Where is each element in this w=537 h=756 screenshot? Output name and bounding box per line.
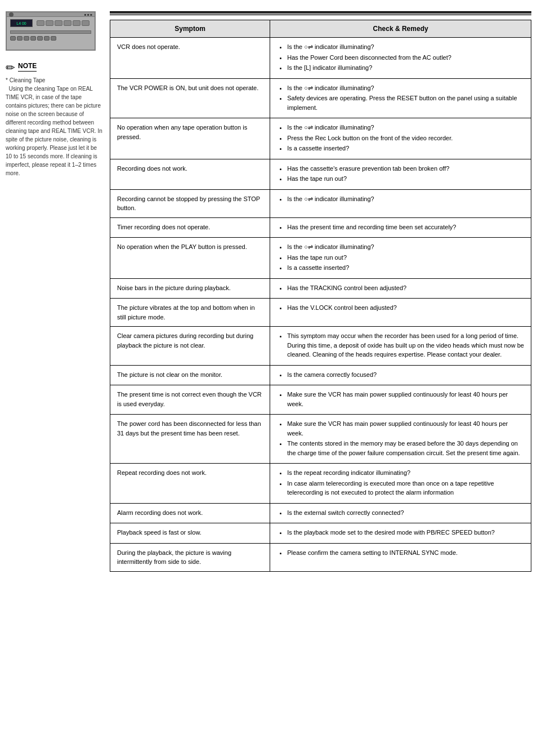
table-row: No operation when the PLAY button is pre… [110,238,531,279]
symptom-cell: Recording does not work. [110,159,270,189]
symptom-cell: Alarm recording does not work. [110,503,270,523]
note-pencil-icon: ✏ [6,62,15,73]
remedy-cell: Has the cassette's erasure prevention ta… [270,159,531,189]
table-row: Playback speed is fast or slow.Is the pl… [110,523,531,544]
table-row: Alarm recording does not work.Is the ext… [110,503,531,523]
vcr-image: ■ ■ ■ L4 00 [6,11,96,51]
symptom-cell: The VCR POWER is ON, but unit does not o… [110,78,270,118]
remedy-item: Has the cassette's erasure prevention ta… [287,164,524,174]
remedy-item: Has the tape run out? [287,174,524,184]
left-panel: ■ ■ ■ L4 00 [6,11,104,572]
table-row: The power cord has been disconnected for… [110,415,531,464]
note-text: * Cleaning Tape Using the cleaning Tape … [6,76,104,177]
symptom-cell: VCR does not operate. [110,38,270,79]
symptom-header: Symptom [110,20,270,38]
header-lines [110,11,531,15]
remedy-item: Is the playback mode set to the desired … [287,528,524,537]
symptom-cell: Timer recording does not operate. [110,217,270,238]
remedy-item: Is a cassette inserted? [287,263,524,273]
remedy-cell: Has the TRACKING control been adjusted? [270,278,531,299]
remedy-item: The contents stored in the memory may be… [287,439,524,457]
symptom-cell: No operation when the PLAY button is pre… [110,238,270,279]
remedy-item: Is the external switch correctly connect… [287,508,524,518]
remedy-header: Check & Remedy [270,20,531,38]
symptom-cell: Clear camera pictures during recording b… [110,327,270,366]
right-panel: Symptom Check & Remedy VCR does not oper… [110,11,531,572]
table-row: Recording does not work.Has the cassette… [110,159,531,189]
remedy-cell: Is the camera correctly focused? [270,365,531,385]
remedy-cell: This symptom may occur when the recorder… [270,327,531,366]
table-row: Recording cannot be stopped by pressing … [110,189,531,217]
remedy-item: Has the Power Cord been disconnected fro… [287,53,524,63]
note-section: ✏ NOTE * Cleaning Tape Using the cleanin… [6,62,104,177]
remedy-item: Make sure the VCR has main power supplie… [287,419,524,438]
remedy-cell: Make sure the VCR has main power supplie… [270,415,531,464]
remedy-item: Has the V.LOCK control been adjusted? [287,303,524,313]
symptom-cell: Noise bars in the picture during playbac… [110,278,270,299]
remedy-item: Has the tape run out? [287,253,524,263]
remedy-cell: Is the ○⇌ indicator illuminating?Has the… [270,38,531,79]
symptom-cell: Recording cannot be stopped by pressing … [110,189,270,217]
table-row: During the playback, the picture is wavi… [110,543,531,571]
remedy-item: Press the Rec Lock button on the front o… [287,134,524,143]
remedy-item: Has the present time and recording time … [287,223,524,232]
remedy-cell: Please confirm the camera setting to INT… [270,543,531,571]
note-label: NOTE [18,62,37,72]
table-row: Timer recording does not operate.Has the… [110,217,531,238]
remedy-cell: Is the external switch correctly connect… [270,503,531,523]
remedy-cell: Has the V.LOCK control been adjusted? [270,299,531,327]
table-row: The picture vibrates at the top and bott… [110,299,531,327]
page-container: ■ ■ ■ L4 00 [0,0,537,583]
symptom-cell: No operation when any tape operation but… [110,118,270,159]
remedy-item: Is a cassette inserted? [287,144,524,153]
remedy-item: Make sure the VCR has main power supplie… [287,390,524,408]
remedy-cell: Make sure the VCR has main power supplie… [270,385,531,415]
table-row: No operation when any tape operation but… [110,118,531,159]
table-row: The picture is not clear on the monitor.… [110,365,531,385]
symptom-cell: The power cord has been disconnected for… [110,415,270,464]
table-row: The VCR POWER is ON, but unit does not o… [110,78,531,118]
table-row: The present time is not correct even tho… [110,385,531,415]
symptom-cell: The picture vibrates at the top and bott… [110,299,270,327]
remedy-item: Is the repeat recording indicator illumi… [287,468,524,478]
remedy-item: Is the [L] indicator illuminating? [287,63,524,73]
remedy-cell: Has the present time and recording time … [270,217,531,238]
table-row: VCR does not operate.Is the ○⇌ indicator… [110,38,531,79]
symptom-cell: Repeat recording does not work. [110,464,270,504]
table-row: Clear camera pictures during recording b… [110,327,531,366]
remedy-item: Please confirm the camera setting to INT… [287,548,524,558]
remedy-cell: Is the ○⇌ indicator illuminating?Safety … [270,78,531,118]
remedy-item: Is the ○⇌ indicator illuminating? [287,194,524,204]
remedy-item: In case alarm telerecording is executed … [287,479,524,497]
troubleshooting-table: Symptom Check & Remedy VCR does not oper… [110,20,531,572]
remedy-cell: Is the repeat recording indicator illumi… [270,464,531,504]
symptom-cell: During the playback, the picture is wavi… [110,543,270,571]
symptom-cell: The present time is not correct even tho… [110,385,270,415]
symptom-cell: The picture is not clear on the monitor. [110,365,270,385]
remedy-item: Safety devices are operating. Press the … [287,94,524,112]
table-row: Repeat recording does not work.Is the re… [110,464,531,504]
remedy-item: Is the ○⇌ indicator illuminating? [287,123,524,132]
remedy-item: This symptom may occur when the recorder… [287,331,524,359]
table-row: Noise bars in the picture during playbac… [110,278,531,299]
remedy-cell: Is the ○⇌ indicator illuminating? [270,189,531,217]
remedy-cell: Is the ○⇌ indicator illuminating?Has the… [270,238,531,279]
remedy-item: Is the ○⇌ indicator illuminating? [287,42,524,52]
remedy-item: Is the ○⇌ indicator illuminating? [287,83,524,93]
remedy-item: Is the ○⇌ indicator illuminating? [287,242,524,252]
remedy-cell: Is the playback mode set to the desired … [270,523,531,544]
symptom-cell: Playback speed is fast or slow. [110,523,270,544]
remedy-item: Has the TRACKING control been adjusted? [287,283,524,293]
remedy-item: Is the camera correctly focused? [287,370,524,380]
remedy-cell: Is the ○⇌ indicator illuminating?Press t… [270,118,531,159]
